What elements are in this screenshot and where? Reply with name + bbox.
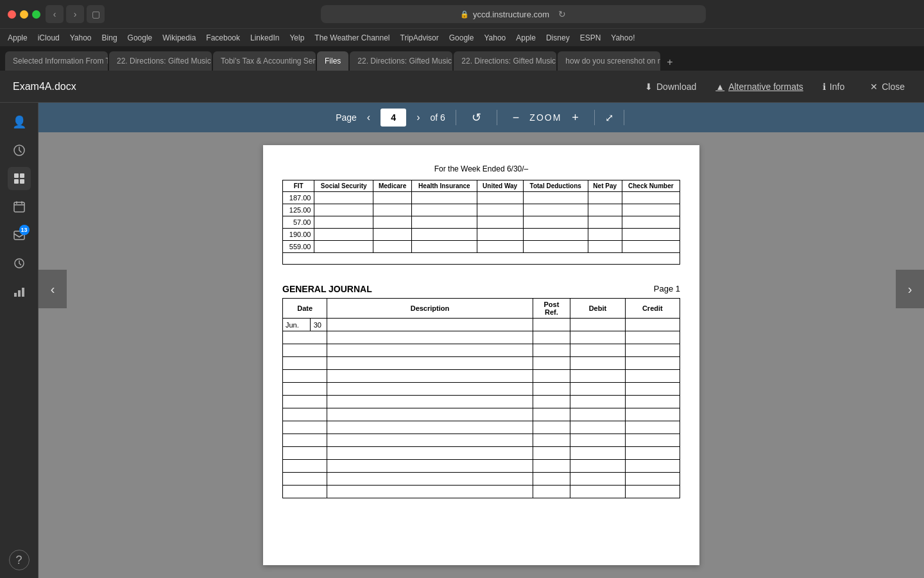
sidebar-icon-calendar[interactable] <box>8 195 31 218</box>
total-pages-label: of 6 <box>430 112 445 123</box>
journal-debit-2 <box>570 331 625 344</box>
svg-rect-1 <box>14 173 19 178</box>
td-4 <box>523 229 588 241</box>
tab-6[interactable]: how do you screenshot on mac... <box>558 51 660 71</box>
sidebar-icon-dashboard[interactable] <box>8 167 31 190</box>
back-button[interactable]: ‹ <box>46 5 64 23</box>
tab-label-4: 22. Directions: Gifted Music Sto... <box>357 57 452 66</box>
journal-date-11 <box>283 447 327 460</box>
journal-desc-5 <box>327 370 533 383</box>
journal-col-post-ref: PostRef. <box>533 299 570 319</box>
journal-debit-9 <box>570 421 625 434</box>
journal-debit-13 <box>570 473 625 486</box>
page-nav-left-button[interactable]: ‹ <box>38 270 67 308</box>
journal-row-10 <box>283 434 680 447</box>
bookmark-weather[interactable]: The Weather Channel <box>314 33 389 42</box>
download-button[interactable]: ⬇ Download <box>638 78 703 96</box>
reset-zoom-button[interactable]: ↺ <box>466 109 486 126</box>
col-united-way: United Way <box>477 180 523 192</box>
reload-button[interactable]: ↻ <box>558 9 566 19</box>
sidebar-icon-activity[interactable] <box>8 139 31 162</box>
bookmark-yahoo2[interactable]: Yahoo <box>484 33 506 42</box>
sidebar-icon-history[interactable] <box>8 252 31 275</box>
page-nav-right-button[interactable]: › <box>896 270 924 308</box>
bookmark-espn[interactable]: ESPN <box>580 33 601 42</box>
bookmark-yahoo3[interactable]: Yahoo! <box>611 33 635 42</box>
bookmark-apple[interactable]: Apple <box>8 33 28 42</box>
bookmark-facebook[interactable]: Facebook <box>206 33 240 42</box>
pdf-content[interactable]: ‹ For the Week Ended 6/30/– FIT Social S… <box>38 132 924 578</box>
zoom-in-button[interactable]: + <box>567 110 584 126</box>
alternative-formats-button[interactable]: ▲ Alternative formats <box>715 82 803 92</box>
journal-row-1: Jun. 30 <box>283 319 680 331</box>
bookmark-yahoo[interactable]: Yahoo <box>70 33 92 42</box>
tab-1[interactable]: 22. Directions: Gifted Music Sto... <box>109 51 212 71</box>
next-page-button[interactable]: › <box>411 109 425 126</box>
sidebar-icon-user[interactable]: 👤 <box>8 110 31 134</box>
med-5 <box>373 241 412 253</box>
new-tab-button[interactable]: + <box>662 54 678 71</box>
bookmark-icloud[interactable]: iCloud <box>38 33 60 42</box>
uw-5 <box>477 241 523 253</box>
journal-date-14 <box>283 486 327 498</box>
bookmark-wikipedia[interactable]: Wikipedia <box>162 33 196 42</box>
cn-5 <box>622 241 680 253</box>
fit-2: 125.00 <box>283 204 314 216</box>
prev-page-button[interactable]: ‹ <box>362 109 375 126</box>
window-controls <box>8 10 40 19</box>
view-button[interactable]: ▢ <box>87 5 105 23</box>
journal-debit-7 <box>570 396 625 408</box>
close-button[interactable]: ✕ Close <box>864 78 911 96</box>
bookmark-google[interactable]: Google <box>128 33 153 42</box>
sidebar-icon-analytics[interactable] <box>8 280 31 303</box>
address-bar[interactable]: 🔒 yccd.instructure.com ↻ <box>321 5 706 23</box>
journal-credit-4 <box>625 357 680 370</box>
uw-1 <box>477 192 523 204</box>
fit-1: 187.00 <box>283 192 314 204</box>
tab-5[interactable]: 22. Directions: Gifted Music Sto... <box>454 51 556 71</box>
page-label: Page <box>336 112 357 123</box>
sidebar-icon-help[interactable]: ? <box>9 550 30 570</box>
tab-3[interactable]: Files <box>317 51 348 71</box>
zoom-out-button[interactable]: − <box>508 110 525 126</box>
payroll-row-1: 187.00 <box>283 192 680 204</box>
journal-date-6 <box>283 383 327 396</box>
maximize-window-button[interactable] <box>32 10 40 19</box>
sidebar-icon-inbox[interactable]: 13 <box>8 223 31 247</box>
col-fit: FIT <box>283 180 314 192</box>
journal-debit-12 <box>570 460 625 473</box>
lock-icon: 🔒 <box>460 10 469 19</box>
bookmark-linkedin[interactable]: LinkedIn <box>250 33 279 42</box>
info-button[interactable]: ℹ Info <box>816 78 851 96</box>
tab-0[interactable]: Selected Information From The... <box>5 51 108 71</box>
journal-debit-6 <box>570 383 625 396</box>
journal-desc-12 <box>327 460 533 473</box>
fullscreen-button[interactable]: ⤢ <box>605 112 613 124</box>
tab-4[interactable]: 22. Directions: Gifted Music Sto... <box>350 51 452 71</box>
bookmark-yelp[interactable]: Yelp <box>289 33 304 42</box>
tab-2[interactable]: Tobi's Tax & Accounting Servic... <box>213 51 316 71</box>
col-social-security: Social Security <box>314 180 373 192</box>
minimize-window-button[interactable] <box>20 10 28 19</box>
bookmark-google2[interactable]: Google <box>449 33 474 42</box>
url-text: yccd.instructure.com <box>473 10 549 19</box>
tabs-bar: Selected Information From The... 22. Dir… <box>0 46 924 71</box>
forward-button[interactable]: › <box>66 5 84 23</box>
journal-credit-10 <box>625 434 680 447</box>
payroll-row-5: 559.00 <box>283 241 680 253</box>
page-input[interactable] <box>381 109 406 127</box>
svg-rect-3 <box>14 179 19 184</box>
header-actions: ⬇ Download ▲ Alternative formats ℹ Info … <box>638 78 911 96</box>
journal-row-11 <box>283 447 680 460</box>
journal-credit-3 <box>625 344 680 357</box>
bookmark-apple2[interactable]: Apple <box>516 33 536 42</box>
journal-col-description: Description <box>327 299 533 319</box>
tab-label-6: how do you screenshot on mac... <box>565 57 660 66</box>
journal-header-row: Date Description PostRef. Debit Credit <box>283 299 680 319</box>
bookmark-bing[interactable]: Bing <box>102 33 117 42</box>
journal-date-2 <box>283 331 327 344</box>
close-window-button[interactable] <box>8 10 16 19</box>
bookmark-disney[interactable]: Disney <box>546 33 570 42</box>
journal-row-3 <box>283 344 680 357</box>
bookmark-tripadvisor[interactable]: TripAdvisor <box>400 33 439 42</box>
